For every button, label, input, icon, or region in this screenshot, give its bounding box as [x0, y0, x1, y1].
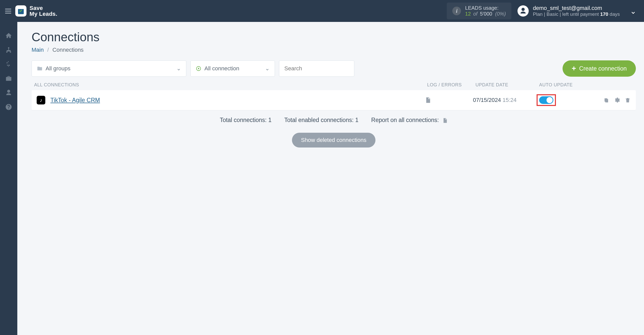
show-deleted-button[interactable]: Show deleted connections	[292, 133, 376, 148]
log-document-icon[interactable]	[425, 97, 431, 103]
main-content: Connections Main / Connections All group…	[17, 22, 644, 335]
account-email: demo_sml_test@gmail.com	[533, 5, 620, 11]
copy-icon[interactable]	[603, 97, 609, 103]
briefcase-icon[interactable]	[4, 74, 13, 83]
leads-usage-card[interactable]: i LEADS usage: 12 of 5'000 (0%)	[447, 3, 511, 19]
auto-update-toggle[interactable]	[539, 96, 553, 104]
info-icon: i	[452, 7, 461, 15]
page-title: Connections	[32, 30, 636, 44]
group-select-label: All groups	[46, 65, 71, 72]
filters-row: All groups ⌄ All connection ⌄ + Create c…	[32, 60, 636, 77]
help-icon[interactable]	[4, 102, 13, 112]
breadcrumb: Main / Connections	[32, 47, 636, 53]
account-menu[interactable]: demo_sml_test@gmail.com Plan | Basic | l…	[517, 5, 620, 17]
summary-total-enabled: Total enabled connections: 1	[284, 117, 359, 124]
leads-usage-label: LEADS usage:	[465, 5, 506, 11]
leads-usage-value: 12 of 5'000 (0%)	[465, 11, 506, 17]
row-actions	[603, 97, 631, 103]
connection-row: ♪ TikTok - Agile CRM 07/15/2024 15:24	[32, 90, 636, 110]
user-icon[interactable]	[4, 88, 13, 97]
update-date-cell: 07/15/2024 15:24	[473, 97, 537, 103]
folder-icon	[37, 66, 43, 71]
connections-table-header: ALL CONNECTIONS LOG / ERRORS UPDATE DATE…	[32, 82, 636, 88]
dollar-icon[interactable]	[4, 60, 13, 69]
report-document-icon[interactable]	[442, 118, 448, 123]
chevron-down-icon: ⌄	[176, 65, 181, 72]
summary-report: Report on all connections:	[371, 117, 447, 124]
col-all-connections: ALL CONNECTIONS	[34, 82, 427, 88]
sitemap-icon[interactable]	[4, 45, 13, 55]
col-auto-update: AUTO UPDATE	[539, 82, 633, 88]
plan-info: Plan | Basic | left until payment 170 da…	[533, 11, 620, 17]
menu-toggle-button[interactable]	[2, 6, 14, 16]
create-connection-label: Create connection	[579, 65, 627, 72]
top-header: Save My Leads. i LEADS usage: 12 of 5'00…	[0, 0, 644, 22]
brand-logo[interactable]: Save My Leads.	[15, 5, 57, 17]
summary-total-connections: Total connections: 1	[220, 117, 271, 124]
col-log-errors: LOG / ERRORS	[427, 82, 475, 88]
search-input[interactable]	[279, 60, 354, 77]
gear-icon[interactable]	[614, 97, 620, 103]
home-icon[interactable]	[4, 31, 13, 40]
brand-name: Save My Leads.	[30, 5, 57, 17]
brand-logo-icon	[15, 5, 26, 17]
connection-name-link[interactable]: TikTok - Agile CRM	[50, 97, 425, 104]
auto-update-highlight	[537, 94, 556, 106]
plus-icon: +	[572, 64, 576, 73]
avatar-icon	[517, 5, 529, 17]
summary-row: Total connections: 1 Total enabled conne…	[32, 117, 636, 124]
chevron-down-icon: ⌄	[265, 65, 270, 72]
trash-icon[interactable]	[625, 97, 631, 103]
col-update-date: UPDATE DATE	[475, 82, 539, 88]
status-select-label: All connection	[204, 65, 239, 72]
breadcrumb-main-link[interactable]: Main	[32, 47, 44, 53]
breadcrumb-current: Connections	[52, 47, 83, 53]
play-circle-icon	[196, 66, 201, 71]
group-select[interactable]: All groups ⌄	[32, 60, 186, 77]
account-dropdown-caret[interactable]: ⌄	[630, 7, 636, 16]
tiktok-icon: ♪	[37, 96, 45, 104]
sidebar-nav	[0, 22, 17, 335]
status-select[interactable]: All connection ⌄	[190, 60, 275, 77]
search-field[interactable]	[284, 65, 349, 72]
create-connection-button[interactable]: + Create connection	[563, 60, 636, 77]
